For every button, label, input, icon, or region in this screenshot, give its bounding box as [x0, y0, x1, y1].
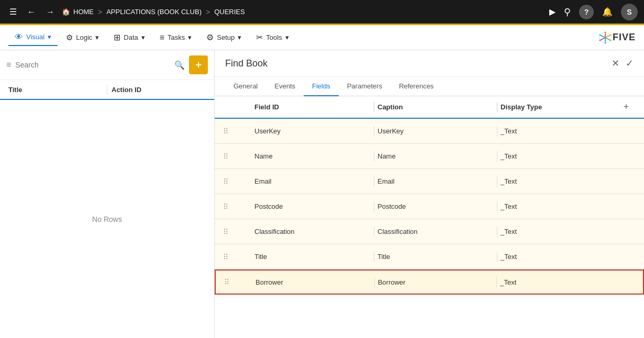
- row-divider-2: [497, 252, 497, 262]
- nav-arrow-2: >: [206, 8, 210, 16]
- toolbar-tasks[interactable]: ≡ Tasks ▾: [153, 30, 198, 46]
- sidebar: ≡ 🔍 + Title Action ID No Rows: [0, 50, 215, 338]
- drag-handle[interactable]: ⠿: [223, 177, 239, 186]
- toolbar-setup[interactable]: ⚙ Setup ▾: [200, 29, 248, 46]
- field-caption-cell: Borrower: [378, 278, 494, 286]
- breadcrumb: 🏠 HOME > APPLICATIONS (BOOK CLUB) > QUER…: [62, 8, 545, 16]
- svg-line-2: [605, 35, 611, 38]
- row-divider-2: [497, 176, 497, 187]
- search-input-wrap: 🔍: [15, 60, 185, 70]
- field-id-cell: Postcode: [254, 202, 371, 210]
- field-id-cell: Title: [254, 253, 371, 261]
- search-input[interactable]: [15, 61, 171, 69]
- sidebar-table-header: Title Action ID: [0, 80, 214, 100]
- play-button[interactable]: ▶: [549, 7, 556, 17]
- nav-home[interactable]: 🏠 HOME: [62, 8, 94, 16]
- five-logo: FIVE: [598, 30, 636, 45]
- field-caption-cell: Postcode: [377, 202, 494, 210]
- sidebar-col-action-id: Action ID: [112, 86, 206, 94]
- five-logo-icon: [598, 30, 613, 45]
- drag-handle[interactable]: ⠿: [224, 278, 240, 286]
- field-id-cell: Email: [254, 177, 371, 185]
- forward-icon[interactable]: →: [43, 5, 58, 19]
- tab-general[interactable]: General: [225, 77, 266, 96]
- field-row[interactable]: ⠿ Name Name _Text: [215, 144, 644, 169]
- field-id-col-header: Field ID: [254, 103, 371, 111]
- drag-handle[interactable]: ⠿: [223, 127, 239, 136]
- field-row[interactable]: ⠿ Email Email _Text: [215, 169, 644, 194]
- toolbar-data[interactable]: ⊞ Data ▾: [107, 29, 151, 46]
- logo-text: FIVE: [613, 32, 636, 43]
- confirm-button[interactable]: ✓: [626, 58, 634, 69]
- nav-app[interactable]: APPLICATIONS (BOOK CLUB): [106, 8, 202, 16]
- drag-handle[interactable]: ⠿: [223, 152, 239, 161]
- fields-rows: ⠿ UserKey UserKey _Text ⠿ Name Name _Tex…: [215, 119, 644, 295]
- tab-parameters[interactable]: Parameters: [339, 77, 391, 96]
- sidebar-no-rows: No Rows: [0, 100, 214, 338]
- panel-tabs: General Events Fields Parameters Referen…: [215, 77, 644, 96]
- field-display-cell: _Text: [501, 228, 617, 235]
- setup-icon: ⚙: [206, 32, 214, 42]
- sidebar-col-title: Title: [8, 86, 103, 94]
- field-id-cell: Name: [254, 152, 371, 160]
- filter-icon[interactable]: ≡: [6, 60, 11, 70]
- svg-line-6: [599, 35, 605, 38]
- add-button[interactable]: +: [189, 55, 208, 74]
- row-divider-1: [374, 201, 374, 212]
- field-row[interactable]: ⠿ Title Title _Text: [215, 244, 644, 269]
- nav-queries[interactable]: QUERIES: [214, 8, 245, 16]
- back-icon[interactable]: ←: [24, 5, 39, 19]
- help-button[interactable]: ?: [579, 5, 594, 19]
- col-divider-1: [374, 102, 374, 112]
- search-icon[interactable]: 🔍: [174, 60, 185, 70]
- hamburger-icon[interactable]: ☰: [6, 5, 20, 19]
- user-avatar[interactable]: S: [621, 4, 638, 20]
- field-row[interactable]: ⠿ Classification Classification _Text: [215, 219, 644, 244]
- field-display-cell: _Text: [501, 177, 617, 185]
- row-divider-1: [374, 176, 374, 187]
- data-icon: ⊞: [114, 32, 120, 42]
- row-divider-2: [497, 201, 497, 212]
- field-display-cell: _Text: [501, 127, 617, 135]
- svg-line-3: [605, 38, 611, 41]
- row-divider-2: [497, 151, 497, 162]
- drag-handle[interactable]: ⠿: [223, 253, 239, 261]
- bell-button[interactable]: 🔔: [602, 7, 613, 17]
- right-panel: Find Book ✕ ✓ General Events Fields Para…: [215, 50, 644, 338]
- toolbar: 👁 Visual ▾ ⚙ Logic ▾ ⊞ Data ▾ ≡ Tasks ▾ …: [0, 25, 644, 50]
- tab-events[interactable]: Events: [266, 77, 304, 96]
- field-id-cell: Borrower: [256, 278, 371, 286]
- toolbar-logic[interactable]: ⚙ Logic ▾: [60, 30, 105, 46]
- field-display-cell: _Text: [501, 253, 617, 261]
- drag-handle[interactable]: ⠿: [223, 202, 239, 211]
- tasks-icon: ≡: [160, 33, 164, 42]
- add-col-header: +: [617, 102, 636, 112]
- field-row[interactable]: ⠿ Postcode Postcode _Text: [215, 194, 644, 219]
- sidebar-col-divider: [107, 84, 107, 95]
- eye-icon: 👁: [15, 32, 23, 42]
- field-display-cell: _Text: [500, 278, 616, 286]
- sidebar-search-bar: ≡ 🔍 +: [0, 50, 214, 80]
- field-row[interactable]: ⠿ Borrower Borrower _Text: [215, 269, 644, 295]
- tab-fields[interactable]: Fields: [304, 77, 339, 96]
- field-caption-cell: Title: [377, 253, 494, 261]
- fields-table: Field ID Caption Display Type + ⠿ UserKe…: [215, 96, 644, 338]
- field-display-cell: _Text: [501, 152, 617, 160]
- add-field-button[interactable]: +: [624, 102, 629, 112]
- drag-handle[interactable]: ⠿: [223, 228, 239, 236]
- row-divider-2: [497, 227, 497, 237]
- field-row[interactable]: ⠿ UserKey UserKey _Text: [215, 119, 644, 144]
- field-display-cell: _Text: [501, 202, 617, 210]
- row-divider-1: [374, 126, 374, 137]
- tab-references[interactable]: References: [391, 77, 442, 96]
- row-divider-1: [374, 227, 374, 237]
- close-button[interactable]: ✕: [612, 58, 619, 69]
- toolbar-visual[interactable]: 👁 Visual ▾: [8, 29, 58, 46]
- field-caption-cell: Name: [377, 152, 494, 160]
- tools-icon: ✂: [256, 32, 263, 42]
- row-divider-1: [374, 151, 374, 162]
- search-button[interactable]: ⚲: [564, 6, 571, 18]
- top-nav-right: ▶ ⚲ ? 🔔 S: [549, 4, 638, 20]
- toolbar-tools[interactable]: ✂ Tools ▾: [250, 29, 295, 46]
- nav-arrow-1: >: [98, 8, 102, 16]
